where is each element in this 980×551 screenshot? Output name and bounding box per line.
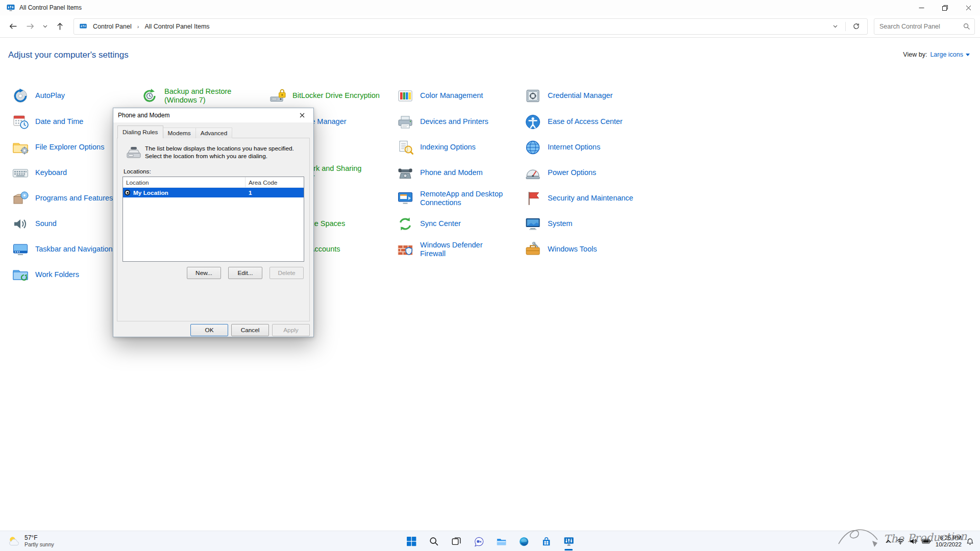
power-options-icon [524, 164, 542, 182]
control-panel-item-phone-and-modem[interactable]: Phone and Modem [396, 160, 483, 186]
devices-printers-icon [396, 113, 414, 131]
indexing-options-icon [396, 138, 414, 157]
control-panel-item-label: Ease of Access Center [548, 117, 623, 127]
control-panel-item-internet-options[interactable]: Internet Options [524, 134, 600, 161]
cancel-button[interactable]: Cancel [231, 324, 269, 336]
control-panel-item-label: Indexing Options [420, 143, 476, 152]
weather-widget[interactable]: 57°F Partly sunny [2, 531, 59, 551]
telephony-icon [126, 144, 142, 160]
phone-modem-icon [396, 164, 414, 182]
locations-list-header: Location Area Code [123, 177, 304, 188]
control-panel-item-system[interactable]: System [524, 211, 572, 237]
weather-condition: Partly sunny [24, 541, 54, 548]
start-taskbar-button[interactable] [401, 531, 422, 551]
apply-button: Apply [272, 324, 310, 336]
control-panel-item-label: BitLocker Drive Encryption [292, 91, 380, 101]
ok-button[interactable]: OK [190, 324, 228, 336]
control-panel-item-backup-and-restore-windows-7[interactable]: Backup and Restore (Windows 7) [140, 83, 231, 109]
column-header-area-code[interactable]: Area Code [246, 177, 304, 187]
dialog-description: The list below displays the locations yo… [145, 145, 308, 160]
bell-icon[interactable] [966, 538, 974, 545]
phone-and-modem-dialog: Phone and Modem Dialing RulesModemsAdvan… [113, 108, 314, 337]
control-panel-item-indexing-options[interactable]: Indexing Options [396, 134, 476, 161]
control-panel-item-taskbar-and-navigation[interactable]: Taskbar and Navigation [11, 236, 113, 263]
dialog-tabs: Dialing RulesModemsAdvanced [117, 126, 232, 138]
control-panel-item-autoplay[interactable]: AutoPlay [11, 83, 65, 109]
battery-icon[interactable] [922, 538, 931, 544]
system-tray: 6:25 PM 10/2/2022 [885, 531, 978, 551]
control-panel-item-windows-defender-firewall[interactable]: Windows Defender Firewall [396, 236, 483, 263]
control-panel-item-label: Devices and Printers [420, 117, 488, 127]
tray-date: 10/2/2022 [936, 541, 962, 548]
column-header-location[interactable]: Location [123, 177, 246, 187]
control-panel-item-label: Phone and Modem [420, 168, 483, 178]
dialog-titlebar: Phone and Modem [113, 108, 313, 122]
control-panel-item-label: Date and Time [35, 117, 83, 127]
control-panel-item-keyboard[interactable]: Keyboard [11, 160, 67, 186]
control-panel-item-label: System [548, 219, 572, 229]
tab-dialing-rules[interactable]: Dialing Rules [117, 126, 163, 138]
search-taskbar-button[interactable] [424, 531, 444, 551]
remoteapp-icon [396, 189, 414, 208]
control-panel-item-label: File Explorer Options [35, 143, 104, 152]
chevron-up-icon[interactable] [885, 538, 892, 545]
edit-button[interactable]: Edit... [228, 267, 262, 279]
ease-of-access-icon [524, 113, 542, 131]
color-management-icon [396, 87, 414, 105]
control-panel-item-sync-center[interactable]: Sync Center [396, 211, 461, 237]
locations-list[interactable]: Location Area Code My Location1 [122, 177, 304, 262]
control-panel-item-bitlocker-drive-encryption[interactable]: BitLocker Drive Encryption [268, 83, 380, 109]
control-panel-item-devices-and-printers[interactable]: Devices and Printers [396, 109, 488, 135]
tab-modems[interactable]: Modems [163, 128, 196, 138]
area-code-value: 1 [246, 189, 304, 196]
store-taskbar-button[interactable] [536, 531, 556, 551]
current-location-icon [125, 190, 130, 195]
date-time-icon [11, 113, 30, 131]
weather-temp: 57°F [24, 535, 54, 541]
control-panel-item-color-management[interactable]: Color Management [396, 83, 483, 109]
delete-button: Delete [270, 267, 304, 279]
control-panel-item-date-and-time[interactable]: Date and Time [11, 109, 83, 135]
edge-taskbar-button[interactable] [513, 531, 534, 551]
control-panel-item-label: Internet Options [548, 143, 600, 152]
control-panel-item-security-and-maintenance[interactable]: Security and Maintenance [524, 185, 633, 212]
control-panel-item-credential-manager[interactable]: Credential Manager [524, 83, 612, 109]
desktop: All Control Panel Items [0, 0, 980, 551]
control-panel-item-work-folders[interactable]: Work Folders [11, 262, 79, 288]
control-panel-item-sound[interactable]: Sound [11, 211, 57, 237]
control-panel-item-label: Security and Maintenance [548, 194, 633, 203]
weather-icon [7, 535, 21, 548]
control-panel-item-label: Color Management [420, 91, 483, 101]
control-panel-item-power-options[interactable]: Power Options [524, 160, 596, 186]
control-panel-item-programs-and-features[interactable]: Programs and Features [11, 185, 113, 212]
windows-defender-firewall-icon [396, 240, 414, 259]
control-panel-item-remoteapp-and-desktop-connections[interactable]: RemoteApp and Desktop Connections [396, 185, 503, 212]
programs-features-icon [11, 189, 30, 208]
control-panel-item-label: Sync Center [420, 219, 461, 229]
file-explorer-taskbar-button[interactable] [491, 531, 511, 551]
autoplay-icon [11, 87, 30, 105]
clock[interactable]: 6:25 PM 10/2/2022 [936, 535, 962, 548]
control-panel-taskbar-button[interactable] [558, 531, 579, 551]
credential-manager-icon [524, 87, 542, 105]
location-row-my-location[interactable]: My Location1 [123, 188, 304, 197]
taskbar-navigation-icon [11, 240, 30, 259]
tab-advanced[interactable]: Advanced [195, 128, 232, 138]
backup-restore-icon [140, 87, 159, 105]
control-panel-item-label: Sound [35, 219, 57, 229]
dialog-close-button[interactable] [291, 109, 313, 122]
control-panel-item-file-explorer-options[interactable]: File Explorer Options [11, 134, 104, 161]
control-panel-item-ease-of-access-center[interactable]: Ease of Access Center [524, 109, 623, 135]
wifi-icon[interactable] [896, 537, 904, 545]
keyboard-icon [11, 164, 30, 182]
control-panel-item-windows-tools[interactable]: Windows Tools [524, 236, 597, 263]
sync-center-icon [396, 215, 414, 233]
file-explorer-options-icon [11, 138, 30, 157]
location-name: My Location [133, 189, 168, 196]
task-view-taskbar-button[interactable] [446, 531, 467, 551]
chat-taskbar-button[interactable] [469, 531, 489, 551]
internet-options-icon [524, 138, 542, 157]
new-button[interactable]: New... [187, 267, 221, 279]
volume-icon[interactable] [909, 537, 917, 545]
dialing-rules-tab-panel: The list below displays the locations yo… [117, 138, 310, 321]
